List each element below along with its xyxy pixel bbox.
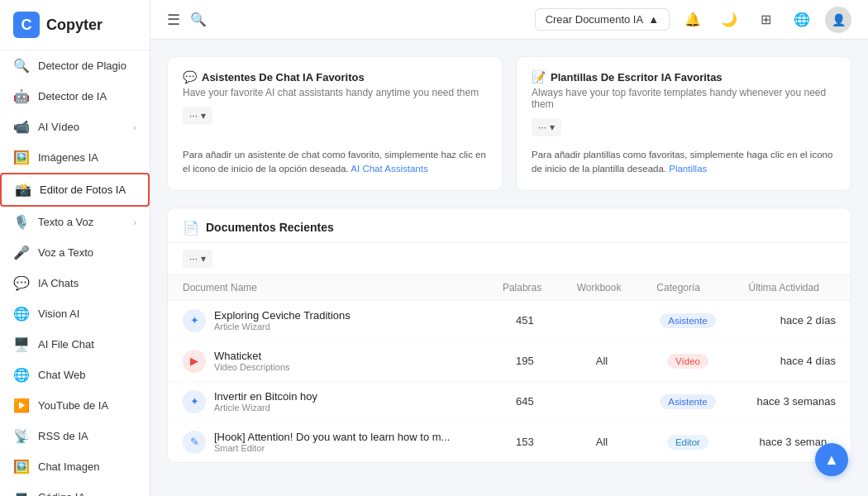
bell-icon[interactable]: 🔔 — [680, 7, 706, 33]
detector-plagio-label: Detector de Plagio — [38, 60, 126, 72]
rss-ia-label: RSS de IA — [38, 430, 88, 442]
docs-dots-button[interactable]: ··· ▾ — [183, 250, 212, 268]
sidebar-item-vision-ai[interactable]: 🌐 Vision AI — [0, 298, 150, 329]
detector-plagio-icon: 🔍 — [13, 58, 30, 74]
card2-title: 📝 Plantillas De Escritor IA Favoritas — [532, 70, 836, 83]
chat-assistants-card: 💬 Asistentes De Chat IA Favoritos Have y… — [167, 56, 503, 191]
col-categoria: Categoría — [641, 275, 733, 301]
texto-a-voz-label: Texto a Voz — [38, 216, 93, 228]
doc-badge: Vídeo — [667, 354, 708, 369]
sidebar-item-codigo-ia[interactable]: 💻 Código IA — [0, 482, 150, 496]
vision-ai-icon: 🌐 — [13, 306, 30, 322]
card2-link[interactable]: Plantillas — [669, 164, 707, 174]
documents-table: Document Name Palabras Workbook Categorí… — [168, 275, 851, 462]
card2-dots-button[interactable]: ··· ▾ — [532, 118, 561, 136]
menu-icon[interactable]: ☰ — [167, 11, 180, 29]
ai-file-chat-label: AI File Chat — [38, 338, 94, 351]
sidebar-item-youtube-ia[interactable]: ▶️ YouTube de IA — [0, 390, 150, 421]
scroll-up-button[interactable]: ▲ — [815, 443, 848, 476]
ai-video-label: AI Vídeo — [38, 121, 79, 133]
sidebar-item-ai-file-chat[interactable]: 🖥️ AI File Chat — [0, 329, 150, 360]
moon-icon[interactable]: 🌙 — [716, 7, 742, 33]
doc-name: Whaticket — [214, 350, 290, 362]
doc-categoria: Vídeo — [641, 341, 733, 381]
sidebar-item-detector-ia[interactable]: 🤖 Detector de IA — [0, 81, 150, 112]
sidebar-item-texto-a-voz[interactable]: 🎙️ Texto a Voz › — [0, 207, 150, 237]
doc-badge: Asistente — [660, 313, 715, 328]
voz-a-texto-icon: 🎤 — [13, 245, 30, 260]
doc-type: Smart Editor — [214, 443, 450, 453]
docs-section-icon: 📄 — [183, 220, 199, 236]
doc-actividad: hace 2 días — [734, 300, 851, 341]
crear-documento-button[interactable]: Crear Documento IA ▲ — [535, 8, 670, 31]
main-area: ☰ 🔍 Crear Documento IA ▲ 🔔 🌙 ⊞ 🌐 👤 💬 Asi… — [150, 0, 868, 496]
sidebar-logo[interactable]: C Copyter — [0, 0, 150, 50]
doc-categoria: Asistente — [641, 381, 733, 422]
doc-palabras: 451 — [488, 300, 562, 341]
sidebar-item-voz-a-texto[interactable]: 🎤 Voz a Texto — [0, 237, 150, 268]
sidebar-item-editor-fotos-ia[interactable]: 📸 Editor de Fotos IA — [0, 173, 150, 207]
doc-workbook: All — [562, 422, 642, 462]
sidebar-items: 🔍 Detector de Plagio 🤖 Detector de IA 📹 … — [0, 50, 150, 496]
card2-footer: Para añadir plantillas como favoritas, s… — [532, 148, 836, 177]
doc-workbook — [562, 381, 642, 422]
docs-title: Documentos Recientes — [206, 221, 334, 234]
doc-workbook — [562, 300, 642, 341]
editor-fotos-ia-label: Editor de Fotos IA — [40, 184, 126, 196]
doc-name-cell: ✦ Exploring Ceviche Traditions Article W… — [168, 300, 488, 341]
search-icon[interactable]: 🔍 — [190, 12, 207, 27]
card1-link[interactable]: AI Chat Assistants — [351, 164, 427, 174]
doc-categoria: Editor — [641, 422, 733, 462]
editor-fotos-ia-icon: 📸 — [15, 182, 31, 198]
doc-badge: Editor — [667, 435, 708, 450]
card1-footer: Para añadir un asistente de chat como fa… — [183, 148, 487, 177]
chat-icon: 💬 — [183, 70, 197, 83]
avatar[interactable]: 👤 — [825, 7, 851, 33]
imagenes-ia-icon: 🖼️ — [13, 150, 30, 165]
globe-icon[interactable]: 🌐 — [789, 7, 815, 33]
table-row[interactable]: ▶ Whaticket Video Descriptions 195 All V… — [168, 341, 851, 381]
col-actividad: Última Actividad — [734, 275, 851, 301]
sidebar-item-ia-chats[interactable]: 💬 IA Chats — [0, 268, 150, 298]
doc-name: Exploring Ceviche Traditions — [214, 309, 351, 322]
sidebar-item-detector-plagio[interactable]: 🔍 Detector de Plagio — [0, 50, 150, 81]
ia-chats-label: IA Chats — [38, 277, 79, 289]
sidebar-item-rss-ia[interactable]: 📡 RSS de IA — [0, 421, 150, 451]
table-row[interactable]: ✎ [Hook] Attention! Do you want to learn… — [168, 422, 851, 462]
sidebar-item-chat-web[interactable]: 🌐 Chat Web — [0, 360, 150, 390]
detector-ia-label: Detector de IA — [38, 90, 107, 103]
codigo-ia-label: Código IA — [38, 491, 85, 496]
documents-table-body: ✦ Exploring Ceviche Traditions Article W… — [168, 300, 851, 462]
doc-name: [Hook] Attention! Do you want to learn h… — [214, 431, 450, 443]
doc-palabras: 153 — [488, 422, 562, 462]
chevron-up-icon: ▲ — [648, 13, 659, 26]
sidebar-item-imagenes-ia[interactable]: 🖼️ Imágenes IA — [0, 142, 150, 173]
table-row[interactable]: ✦ Exploring Ceviche Traditions Article W… — [168, 300, 851, 341]
doc-workbook: All — [562, 341, 642, 381]
card1-controls: ··· ▾ — [183, 107, 487, 125]
logo-icon: C — [13, 12, 40, 38]
texto-a-voz-chevron: › — [133, 217, 136, 227]
expand-icon[interactable]: ⊞ — [752, 7, 779, 33]
doc-icon: ▶ — [183, 350, 206, 373]
ai-video-chevron: › — [133, 122, 136, 132]
doc-name: Invertir en Bitcoin hoy — [214, 390, 317, 403]
col-palabras: Palabras — [488, 275, 562, 301]
rss-ia-icon: 📡 — [13, 428, 30, 444]
chat-web-label: Chat Web — [38, 369, 86, 381]
table-row[interactable]: ✦ Invertir en Bitcoin hoy Article Wizard… — [168, 381, 851, 422]
documents-section: 📄 Documentos Recientes ··· ▾ Document Na… — [167, 207, 851, 463]
card1-dots-button[interactable]: ··· ▾ — [183, 107, 212, 125]
col-workbook: Workbook — [562, 275, 642, 301]
youtube-ia-icon: ▶️ — [13, 398, 30, 413]
sidebar-item-ai-video[interactable]: 📹 AI Vídeo › — [0, 112, 150, 142]
doc-icon: ✦ — [183, 309, 206, 332]
card2-controls: ··· ▾ — [532, 118, 836, 136]
ai-file-chat-icon: 🖥️ — [13, 336, 30, 352]
docs-header: 📄 Documentos Recientes — [168, 208, 851, 243]
sidebar-item-chat-imagen[interactable]: 🖼️ Chat Imagen — [0, 451, 150, 482]
detector-ia-icon: 🤖 — [13, 88, 30, 104]
chat-imagen-icon: 🖼️ — [13, 459, 30, 475]
doc-name-cell: ✎ [Hook] Attention! Do you want to learn… — [168, 422, 488, 462]
doc-actividad: hace 3 semanas — [734, 381, 851, 422]
